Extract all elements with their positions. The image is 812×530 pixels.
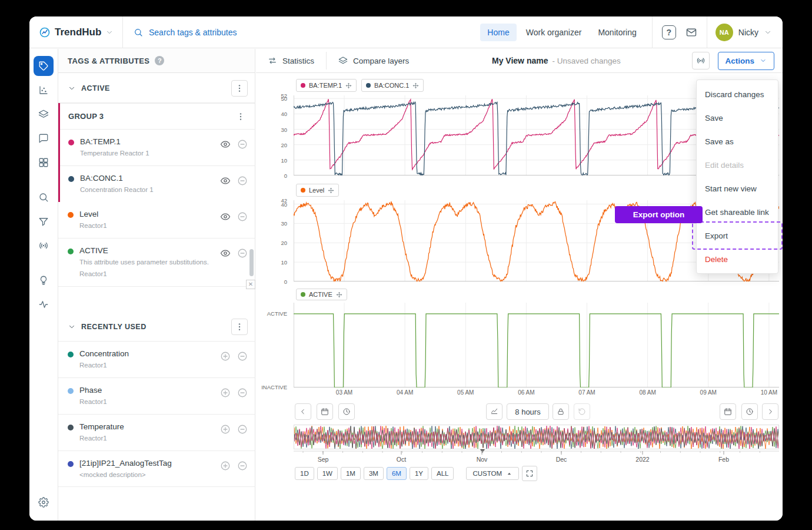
menu-item-export[interactable]: Export bbox=[697, 224, 778, 247]
add-plus-icon[interactable] bbox=[220, 424, 231, 435]
chevron-down-icon bbox=[760, 57, 767, 64]
chevron-down-icon[interactable] bbox=[764, 28, 772, 37]
rail-tags-button[interactable] bbox=[34, 56, 54, 76]
nav-item-work-organizer[interactable]: Work organizer bbox=[519, 24, 589, 41]
statistics-button[interactable]: Statistics bbox=[256, 49, 326, 72]
tag-item-ba-temp-1[interactable]: BA:TEMP.1 Temperature Reactor 1 bbox=[60, 130, 255, 166]
calendar-end-button[interactable] bbox=[720, 403, 736, 420]
panel-scrollbar-thumb[interactable] bbox=[249, 249, 254, 276]
section-title: RECENTLY USED bbox=[81, 323, 231, 331]
remove-minus-icon[interactable] bbox=[237, 175, 248, 186]
menu-item-save-as[interactable]: Save as bbox=[697, 130, 778, 153]
rail-search-button[interactable] bbox=[34, 187, 54, 207]
remove-minus-icon[interactable] bbox=[237, 139, 248, 150]
avatar[interactable]: NA bbox=[716, 24, 733, 41]
user-menu[interactable]: NA Nicky bbox=[707, 24, 783, 41]
legend-chip-active[interactable]: ACTIVE bbox=[296, 289, 347, 300]
range-all-button[interactable]: ALL bbox=[431, 467, 454, 480]
remove-minus-icon[interactable] bbox=[237, 461, 248, 471]
move-icon[interactable] bbox=[328, 187, 334, 194]
tag-description: <mocked description> bbox=[79, 471, 220, 479]
rail-filter-button[interactable] bbox=[34, 211, 54, 231]
help-icon[interactable]: ? bbox=[662, 25, 676, 39]
menu-item-start-new-view[interactable]: Start new view bbox=[697, 177, 778, 200]
remove-minus-icon[interactable] bbox=[237, 387, 248, 398]
visibility-eye-icon[interactable] bbox=[220, 211, 231, 222]
range-6m-button[interactable]: 6M bbox=[387, 467, 407, 480]
remove-minus-icon[interactable] bbox=[237, 424, 248, 435]
app-logo[interactable]: TrendHub bbox=[29, 26, 122, 38]
visibility-eye-icon[interactable] bbox=[220, 248, 231, 259]
remove-minus-icon[interactable] bbox=[237, 248, 248, 259]
search-input[interactable] bbox=[149, 28, 337, 37]
menu-item-save[interactable]: Save bbox=[697, 106, 778, 130]
overview-strip[interactable] bbox=[294, 425, 779, 449]
lock-interval-button[interactable] bbox=[553, 403, 569, 420]
rail-live-signal-button[interactable] bbox=[34, 236, 54, 256]
menu-item-discard-changes[interactable]: Discard changes bbox=[697, 82, 778, 106]
section-menu-button[interactable] bbox=[231, 319, 248, 335]
menu-item-edit-details[interactable]: Edit details bbox=[697, 153, 778, 177]
range-1m-button[interactable]: 1M bbox=[341, 467, 361, 480]
rail-ideas-button[interactable] bbox=[34, 270, 54, 290]
visibility-eye-icon[interactable] bbox=[220, 175, 231, 186]
clock-end-button[interactable] bbox=[741, 403, 758, 420]
rail-analysis-button[interactable] bbox=[34, 80, 54, 100]
range-1y-button[interactable]: 1Y bbox=[410, 467, 428, 480]
range-custom-button[interactable]: CUSTOM bbox=[466, 467, 519, 480]
nav-item-home[interactable]: Home bbox=[480, 24, 516, 41]
add-plus-icon[interactable] bbox=[220, 461, 231, 471]
legend-chip-ba-temp-1[interactable]: BA:TEMP.1 bbox=[296, 79, 357, 92]
remove-minus-icon[interactable] bbox=[237, 351, 248, 362]
chart-active-step[interactable]: ACTIVEINACTIVE bbox=[294, 303, 779, 387]
recent-item-phase[interactable]: Phase Reactor1 bbox=[58, 378, 255, 415]
chevron-down-icon[interactable] bbox=[68, 323, 76, 331]
trend-mode-button[interactable] bbox=[486, 403, 502, 420]
recent-item-temperature[interactable]: Temperature Reactor1 bbox=[58, 415, 255, 451]
range-1d-button[interactable]: 1D bbox=[295, 467, 314, 480]
add-plus-icon[interactable] bbox=[220, 387, 231, 398]
rail-layers-button[interactable] bbox=[34, 104, 54, 124]
legend-chip-level[interactable]: Level bbox=[296, 184, 339, 197]
range-3m-button[interactable]: 3M bbox=[364, 467, 384, 480]
group-menu-button[interactable] bbox=[234, 112, 248, 121]
legend-chip-ba-conc-1[interactable]: BA:CONC.1 bbox=[361, 79, 424, 92]
chevron-down-icon[interactable] bbox=[105, 28, 114, 37]
panel-help-icon[interactable]: ? bbox=[155, 56, 164, 65]
tag-item-level[interactable]: Level Reactor1 bbox=[58, 202, 255, 238]
rail-comments-button[interactable] bbox=[34, 128, 54, 148]
clock-start-button[interactable] bbox=[338, 403, 355, 420]
move-icon[interactable] bbox=[345, 82, 352, 89]
mail-icon[interactable] bbox=[685, 26, 697, 38]
recent-item-analog-test-tag[interactable]: [21ip]IP21_AnalogTestTag <mocked descrip… bbox=[58, 451, 255, 488]
layers-icon bbox=[338, 56, 348, 65]
move-icon[interactable] bbox=[412, 82, 419, 89]
add-plus-icon[interactable] bbox=[220, 351, 231, 362]
history-reset-button[interactable] bbox=[574, 403, 590, 420]
tag-item-ba-conc-1[interactable]: BA:CONC.1 Concentration Reactor 1 bbox=[60, 166, 255, 202]
move-icon[interactable] bbox=[336, 292, 342, 298]
rail-trends-button[interactable] bbox=[34, 294, 54, 314]
duration-field[interactable]: 8 hours bbox=[507, 403, 549, 420]
compare-layers-button[interactable]: Compare layers bbox=[327, 49, 421, 72]
expand-range-button[interactable] bbox=[522, 466, 537, 481]
rail-settings-gear-button[interactable] bbox=[34, 492, 54, 512]
section-menu-button[interactable] bbox=[231, 80, 248, 97]
panel-close-button[interactable]: ✕ bbox=[246, 280, 255, 289]
range-1w-button[interactable]: 1W bbox=[317, 467, 338, 480]
remove-minus-icon[interactable] bbox=[237, 211, 248, 222]
menu-item-delete[interactable]: Delete bbox=[697, 247, 778, 271]
actions-button[interactable]: Actions bbox=[718, 52, 775, 70]
step-forward-button[interactable] bbox=[762, 403, 778, 420]
tag-item-active[interactable]: ACTIVE This attribute uses parameter sub… bbox=[58, 238, 255, 287]
menu-item-get-shareable-link[interactable]: Get shareable link bbox=[697, 200, 778, 224]
visibility-eye-icon[interactable] bbox=[220, 139, 231, 150]
broadcast-button[interactable] bbox=[692, 52, 710, 69]
nav-item-monitoring[interactable]: Monitoring bbox=[591, 24, 643, 41]
rail-dashboard-button[interactable] bbox=[34, 153, 54, 173]
chart3-plot[interactable] bbox=[294, 303, 779, 387]
calendar-start-button[interactable] bbox=[317, 403, 333, 420]
chevron-down-icon[interactable] bbox=[68, 84, 76, 92]
step-back-button[interactable] bbox=[295, 403, 311, 420]
recent-item-concentration[interactable]: Concentration Reactor1 bbox=[58, 342, 255, 378]
